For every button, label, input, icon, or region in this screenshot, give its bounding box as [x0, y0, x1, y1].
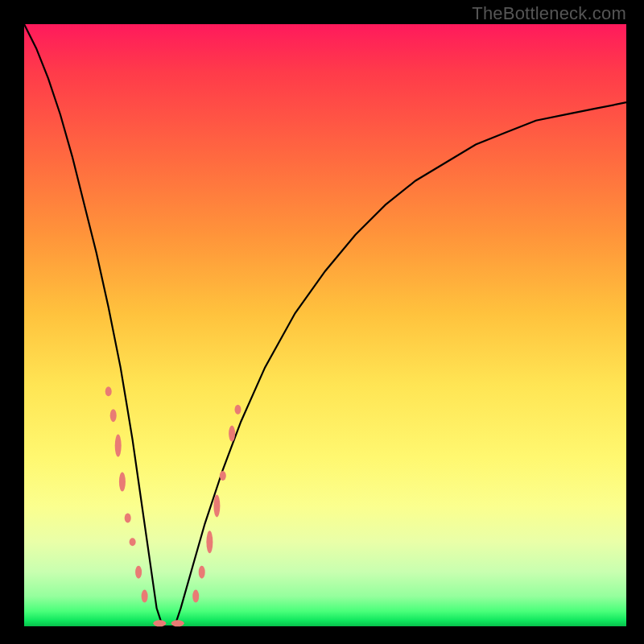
data-markers — [105, 386, 242, 626]
data-marker — [199, 566, 205, 579]
data-marker — [142, 590, 148, 603]
data-marker — [105, 386, 112, 396]
data-marker — [135, 566, 142, 579]
data-marker — [192, 590, 199, 603]
data-marker — [119, 473, 126, 492]
data-marker — [235, 405, 242, 415]
watermark-text: TheBottleneck.com — [472, 3, 626, 24]
data-marker — [110, 409, 117, 422]
data-marker — [130, 538, 136, 546]
data-marker — [213, 494, 220, 517]
data-marker — [115, 435, 122, 457]
data-marker — [206, 530, 213, 553]
data-marker — [153, 620, 166, 626]
data-marker — [125, 513, 131, 522]
bottleneck-curve — [24, 24, 626, 626]
data-marker — [220, 471, 226, 481]
chart-overlay — [24, 24, 626, 626]
data-marker — [229, 426, 235, 442]
data-marker — [171, 620, 184, 626]
chart-container: TheBottleneck.com — [0, 0, 644, 644]
